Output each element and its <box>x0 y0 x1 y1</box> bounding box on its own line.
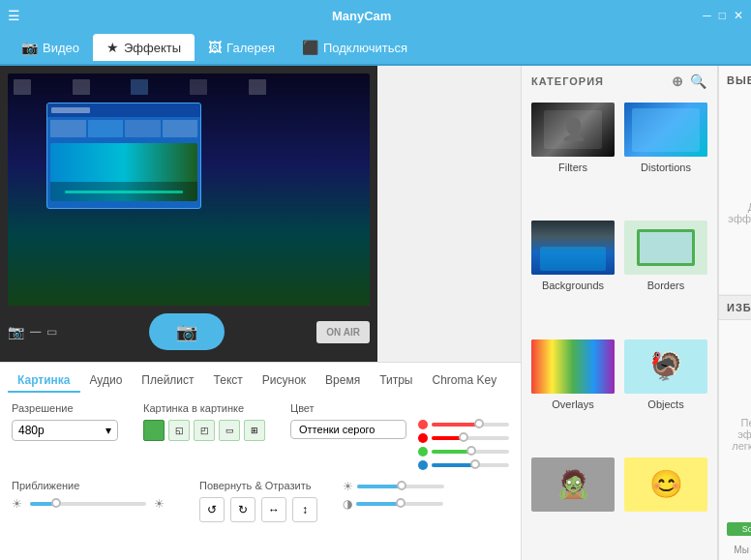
category-emoji2[interactable]: 😊 <box>622 456 709 556</box>
btab-draw[interactable]: Рисунок <box>253 368 315 393</box>
maximize-button[interactable]: □ <box>719 9 726 22</box>
pip-btn-2[interactable]: ◱ <box>168 420 190 441</box>
flip-h-button[interactable]: ↔ <box>261 497 286 522</box>
resolution-group: Разрешение 480p ▾ <box>12 402 118 441</box>
flip-v-button[interactable]: ↕ <box>292 497 317 522</box>
pip-btn-4[interactable]: ▭ <box>219 420 240 441</box>
video-controls: 📷 ─ ▭ 📷 ON AIR <box>8 306 370 354</box>
borders-label: Borders <box>647 280 685 291</box>
green-slider[interactable] <box>432 450 509 454</box>
categories-grid: 👤 Filters Distortions <box>522 97 717 560</box>
blue-slider[interactable] <box>432 463 509 467</box>
search-category-icon[interactable]: 🔍 <box>690 74 707 89</box>
category-objects[interactable]: 🦃 Objects <box>622 338 709 450</box>
category-filters[interactable]: 👤 Filters <box>529 101 616 213</box>
tab-effects-label: Эффекты <box>124 41 181 55</box>
video-preview <box>8 74 370 306</box>
contrast-slider[interactable] <box>356 502 443 506</box>
category-distortions[interactable]: Distortions <box>622 101 709 213</box>
zoom-label: Приближение <box>12 480 165 491</box>
pip-group: Картинка в картинке ◱ ◰ ▭ ⊞ <box>143 402 265 441</box>
resolution-select[interactable]: 480p ▾ <box>12 420 118 441</box>
color-slider-4 <box>418 460 509 470</box>
red-dot <box>418 420 428 429</box>
settings-row-2: Приближение ☀ ☀ Повернуть & Отразить ↺ <box>12 480 509 522</box>
objects-label: Objects <box>647 398 683 410</box>
red-slider[interactable] <box>432 423 509 427</box>
categories-panel: КАТЕГОРИЯ ⊕ 🔍 👤 Filters <box>521 66 718 560</box>
settings-row-1: Разрешение 480p ▾ Картинка в картинке ◱ … <box>12 402 509 470</box>
btab-text[interactable]: Текст <box>204 368 253 393</box>
saved-header: ИЗБРАННЫЕ <box>719 295 751 320</box>
color-slider-2 <box>418 433 509 443</box>
video-panel: 📷 ─ ▭ 📷 ON AIR <box>0 66 377 362</box>
app-title: ManyCam <box>20 9 703 23</box>
zoom-plus-icon[interactable]: ☀ <box>154 497 165 511</box>
saved-empty-text: Перетащить эффекты для легкого доступа <box>727 417 751 452</box>
zoom-group: Приближение ☀ ☀ <box>12 480 165 511</box>
on-air-button[interactable]: ON AIR <box>316 321 370 343</box>
rotate-cw-button[interactable]: ↻ <box>230 497 255 522</box>
watermark: SoftoMania.net <box>727 522 751 536</box>
screen-icon[interactable]: ▭ <box>46 325 57 339</box>
category-backgrounds[interactable]: Backgrounds <box>529 219 616 331</box>
category-overlays[interactable]: Overlays <box>529 338 616 450</box>
color-slider-1 <box>418 420 509 429</box>
emoji2-thumb: 😊 <box>622 456 709 514</box>
btab-picture[interactable]: Картинка <box>8 368 80 393</box>
distortions-thumb <box>622 101 709 159</box>
camera-icon[interactable]: 📷 <box>8 324 24 339</box>
effects-tab-icon: ★ <box>106 40 119 55</box>
rotate-label: Повернуть & Отразить <box>199 480 317 491</box>
btab-time[interactable]: Время <box>315 368 370 393</box>
color-select[interactable]: Оттенки серого <box>290 420 406 439</box>
tab-video[interactable]: 📷 Видео <box>8 34 93 61</box>
video-tab-icon: 📷 <box>21 40 38 55</box>
zoom-minus-icon[interactable]: ☀ <box>12 497 22 511</box>
zoom-row: ☀ ☀ <box>12 497 165 511</box>
capture-button[interactable]: 📷 <box>149 313 225 350</box>
left-content: 📷 ─ ▭ 📷 ON AIR Картинка Аудио Плейлист Т… <box>0 66 521 560</box>
green-dot <box>418 447 428 457</box>
resolution-label: Разрешение <box>12 402 118 414</box>
rotate-ccw-button[interactable]: ↺ <box>199 497 225 522</box>
main-area: 📷 ─ ▭ 📷 ON AIR Картинка Аудио Плейлист Т… <box>0 66 751 560</box>
tab-gallery[interactable]: 🖼 Галерея <box>195 34 288 61</box>
pip-label: Картинка в картинке <box>143 402 265 414</box>
sun-icon: ☀ <box>343 480 353 493</box>
color-group: Цвет Оттенки серого <box>290 402 509 470</box>
gallery-tab-icon: 🖼 <box>208 40 222 55</box>
zoom-slider[interactable] <box>30 502 146 506</box>
capture-icon: 📷 <box>176 322 197 341</box>
brightness-group: ☀ ◑ <box>343 480 444 511</box>
close-button[interactable]: ✕ <box>734 9 743 22</box>
red2-slider[interactable] <box>432 436 509 440</box>
contrast-icon: ◑ <box>343 497 352 511</box>
add-category-icon[interactable]: ⊕ <box>672 74 684 89</box>
btab-titles[interactable]: Титры <box>370 368 422 393</box>
favorites-header: ВЫБРАННЫЕ ≡ <box>719 66 751 95</box>
pip-btn-5[interactable]: ⊞ <box>244 420 265 441</box>
menu-icon[interactable]: ☰ <box>8 8 20 23</box>
category-borders[interactable]: Borders <box>622 219 709 331</box>
color-sliders <box>418 420 509 470</box>
btab-audio[interactable]: Аудио <box>80 368 133 393</box>
minus-icon[interactable]: ─ <box>30 323 41 340</box>
tab-effects[interactable]: ★ Эффекты <box>93 34 195 61</box>
category-emoji1[interactable]: 🧟 <box>529 456 616 556</box>
tab-connect[interactable]: ⬛ Подключиться <box>288 34 421 61</box>
brightness-slider[interactable] <box>357 485 444 488</box>
btab-chroma[interactable]: Chroma Key <box>422 368 506 393</box>
minimize-button[interactable]: ─ <box>703 9 711 22</box>
pip-btn-3[interactable]: ◰ <box>194 420 215 441</box>
pip-btn-1[interactable] <box>143 420 165 441</box>
footer-text: Мы в со... 📘 ▶ <box>719 540 751 560</box>
color-slider-3 <box>418 447 509 457</box>
color-label: Цвет <box>290 402 509 414</box>
blue-dot <box>418 460 428 470</box>
btab-playlist[interactable]: Плейлист <box>132 368 203 393</box>
category-icons: ⊕ 🔍 <box>672 74 707 89</box>
titlebar: ☰ ManyCam ─ □ ✕ <box>0 0 751 31</box>
saved-empty: ♡ Перетащить эффекты для легкого доступа <box>719 320 751 519</box>
overlays-label: Overlays <box>552 398 593 410</box>
